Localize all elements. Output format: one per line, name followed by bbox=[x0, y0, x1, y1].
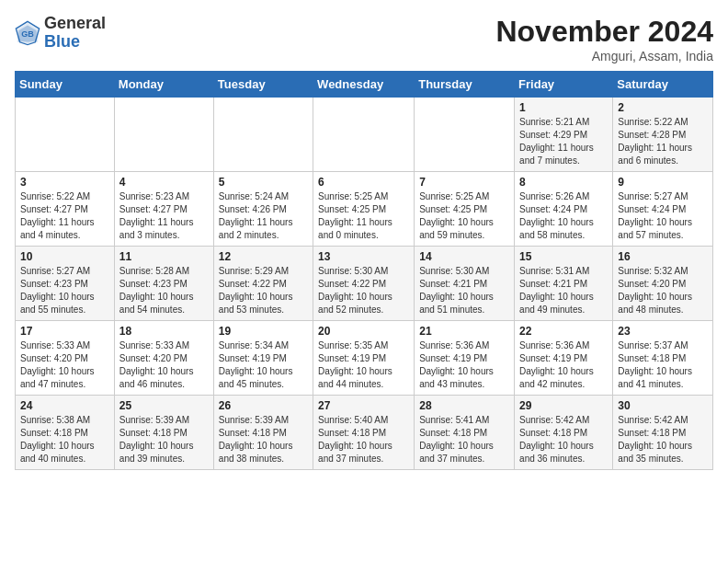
day-info: Sunrise: 5:25 AM Sunset: 4:25 PM Dayligh… bbox=[318, 190, 409, 242]
day-info: Sunrise: 5:31 AM Sunset: 4:21 PM Dayligh… bbox=[519, 265, 608, 316]
day-info: Sunrise: 5:28 AM Sunset: 4:23 PM Dayligh… bbox=[119, 265, 209, 316]
day-number: 10 bbox=[20, 250, 109, 263]
day-number: 9 bbox=[618, 176, 708, 189]
logo: GB General Blue bbox=[15, 15, 106, 52]
day-cell: 22Sunrise: 5:36 AM Sunset: 4:19 PM Dayli… bbox=[515, 321, 613, 396]
week-row-2: 3Sunrise: 5:22 AM Sunset: 4:27 PM Daylig… bbox=[16, 172, 713, 247]
day-info: Sunrise: 5:42 AM Sunset: 4:18 PM Dayligh… bbox=[618, 414, 708, 465]
day-number: 8 bbox=[519, 176, 608, 189]
day-cell: 26Sunrise: 5:39 AM Sunset: 4:18 PM Dayli… bbox=[213, 396, 313, 470]
day-number: 23 bbox=[618, 325, 708, 338]
day-cell: 5Sunrise: 5:24 AM Sunset: 4:26 PM Daylig… bbox=[213, 172, 313, 247]
day-info: Sunrise: 5:22 AM Sunset: 4:27 PM Dayligh… bbox=[20, 190, 109, 242]
day-info: Sunrise: 5:35 AM Sunset: 4:19 PM Dayligh… bbox=[318, 339, 409, 391]
day-cell: 21Sunrise: 5:36 AM Sunset: 4:19 PM Dayli… bbox=[415, 321, 515, 396]
day-number: 29 bbox=[519, 399, 608, 412]
day-cell: 10Sunrise: 5:27 AM Sunset: 4:23 PM Dayli… bbox=[16, 247, 115, 321]
day-info: Sunrise: 5:25 AM Sunset: 4:25 PM Dayligh… bbox=[419, 190, 509, 242]
day-number: 4 bbox=[119, 176, 209, 189]
week-row-3: 10Sunrise: 5:27 AM Sunset: 4:23 PM Dayli… bbox=[16, 247, 713, 321]
day-info: Sunrise: 5:30 AM Sunset: 4:21 PM Dayligh… bbox=[419, 265, 509, 316]
day-number: 14 bbox=[419, 250, 509, 263]
header-cell-thursday: Thursday bbox=[415, 72, 515, 98]
day-number: 17 bbox=[20, 325, 109, 338]
day-info: Sunrise: 5:32 AM Sunset: 4:20 PM Dayligh… bbox=[618, 265, 708, 316]
day-info: Sunrise: 5:37 AM Sunset: 4:18 PM Dayligh… bbox=[618, 339, 708, 391]
header-cell-saturday: Saturday bbox=[613, 72, 713, 98]
header-row: SundayMondayTuesdayWednesdayThursdayFrid… bbox=[16, 72, 713, 98]
day-cell: 30Sunrise: 5:42 AM Sunset: 4:18 PM Dayli… bbox=[613, 396, 713, 470]
day-cell: 23Sunrise: 5:37 AM Sunset: 4:18 PM Dayli… bbox=[613, 321, 713, 396]
day-cell: 20Sunrise: 5:35 AM Sunset: 4:19 PM Dayli… bbox=[313, 321, 415, 396]
day-cell: 24Sunrise: 5:38 AM Sunset: 4:18 PM Dayli… bbox=[16, 396, 115, 470]
day-cell: 6Sunrise: 5:25 AM Sunset: 4:25 PM Daylig… bbox=[313, 172, 415, 247]
day-cell: 16Sunrise: 5:32 AM Sunset: 4:20 PM Dayli… bbox=[613, 247, 713, 321]
day-cell: 27Sunrise: 5:40 AM Sunset: 4:18 PM Dayli… bbox=[313, 396, 415, 470]
day-number: 11 bbox=[119, 250, 209, 263]
day-number: 7 bbox=[419, 176, 509, 189]
day-cell: 11Sunrise: 5:28 AM Sunset: 4:23 PM Dayli… bbox=[114, 247, 213, 321]
day-cell: 17Sunrise: 5:33 AM Sunset: 4:20 PM Dayli… bbox=[16, 321, 115, 396]
day-number: 21 bbox=[419, 325, 509, 338]
day-number: 18 bbox=[119, 325, 209, 338]
page-header: GB General Blue November 2024 Amguri, As… bbox=[15, 15, 713, 63]
day-info: Sunrise: 5:27 AM Sunset: 4:24 PM Dayligh… bbox=[618, 190, 708, 242]
day-cell bbox=[114, 98, 213, 172]
day-cell bbox=[313, 98, 415, 172]
day-cell: 12Sunrise: 5:29 AM Sunset: 4:22 PM Dayli… bbox=[213, 247, 313, 321]
day-info: Sunrise: 5:42 AM Sunset: 4:18 PM Dayligh… bbox=[519, 414, 608, 465]
header-cell-tuesday: Tuesday bbox=[213, 72, 313, 98]
day-info: Sunrise: 5:29 AM Sunset: 4:22 PM Dayligh… bbox=[219, 265, 308, 316]
day-cell: 29Sunrise: 5:42 AM Sunset: 4:18 PM Dayli… bbox=[515, 396, 613, 470]
day-cell: 9Sunrise: 5:27 AM Sunset: 4:24 PM Daylig… bbox=[613, 172, 713, 247]
day-cell: 1Sunrise: 5:21 AM Sunset: 4:29 PM Daylig… bbox=[515, 98, 613, 172]
day-cell: 2Sunrise: 5:22 AM Sunset: 4:28 PM Daylig… bbox=[613, 98, 713, 172]
day-cell: 28Sunrise: 5:41 AM Sunset: 4:18 PM Dayli… bbox=[415, 396, 515, 470]
day-info: Sunrise: 5:39 AM Sunset: 4:18 PM Dayligh… bbox=[219, 414, 308, 465]
day-number: 15 bbox=[519, 250, 608, 263]
day-number: 12 bbox=[219, 250, 308, 263]
calendar-body: 1Sunrise: 5:21 AM Sunset: 4:29 PM Daylig… bbox=[16, 98, 713, 470]
day-number: 3 bbox=[20, 176, 109, 189]
day-cell: 4Sunrise: 5:23 AM Sunset: 4:27 PM Daylig… bbox=[114, 172, 213, 247]
day-cell: 13Sunrise: 5:30 AM Sunset: 4:22 PM Dayli… bbox=[313, 247, 415, 321]
day-info: Sunrise: 5:22 AM Sunset: 4:28 PM Dayligh… bbox=[618, 116, 708, 167]
day-info: Sunrise: 5:36 AM Sunset: 4:19 PM Dayligh… bbox=[519, 339, 608, 391]
day-info: Sunrise: 5:33 AM Sunset: 4:20 PM Dayligh… bbox=[20, 339, 109, 391]
title-block: November 2024 Amguri, Assam, India bbox=[495, 15, 713, 63]
day-info: Sunrise: 5:38 AM Sunset: 4:18 PM Dayligh… bbox=[20, 414, 109, 465]
day-cell: 18Sunrise: 5:33 AM Sunset: 4:20 PM Dayli… bbox=[114, 321, 213, 396]
day-number: 28 bbox=[419, 399, 509, 412]
header-cell-friday: Friday bbox=[515, 72, 613, 98]
month-title: November 2024 bbox=[495, 15, 713, 49]
day-info: Sunrise: 5:27 AM Sunset: 4:23 PM Dayligh… bbox=[20, 265, 109, 316]
day-info: Sunrise: 5:21 AM Sunset: 4:29 PM Dayligh… bbox=[519, 116, 608, 167]
day-info: Sunrise: 5:33 AM Sunset: 4:20 PM Dayligh… bbox=[119, 339, 209, 391]
day-cell: 19Sunrise: 5:34 AM Sunset: 4:19 PM Dayli… bbox=[213, 321, 313, 396]
week-row-1: 1Sunrise: 5:21 AM Sunset: 4:29 PM Daylig… bbox=[16, 98, 713, 172]
day-cell bbox=[16, 98, 115, 172]
day-number: 27 bbox=[318, 399, 409, 412]
logo-general: General bbox=[44, 14, 106, 32]
day-cell: 7Sunrise: 5:25 AM Sunset: 4:25 PM Daylig… bbox=[415, 172, 515, 247]
calendar-header: SundayMondayTuesdayWednesdayThursdayFrid… bbox=[16, 72, 713, 98]
day-info: Sunrise: 5:24 AM Sunset: 4:26 PM Dayligh… bbox=[219, 190, 308, 242]
day-info: Sunrise: 5:34 AM Sunset: 4:19 PM Dayligh… bbox=[219, 339, 308, 391]
week-row-5: 24Sunrise: 5:38 AM Sunset: 4:18 PM Dayli… bbox=[16, 396, 713, 470]
header-cell-monday: Monday bbox=[114, 72, 213, 98]
day-number: 20 bbox=[318, 325, 409, 338]
calendar-table: SundayMondayTuesdayWednesdayThursdayFrid… bbox=[15, 71, 713, 470]
location: Amguri, Assam, India bbox=[495, 49, 713, 63]
day-number: 13 bbox=[318, 250, 409, 263]
day-cell: 3Sunrise: 5:22 AM Sunset: 4:27 PM Daylig… bbox=[16, 172, 115, 247]
header-cell-sunday: Sunday bbox=[16, 72, 115, 98]
day-info: Sunrise: 5:26 AM Sunset: 4:24 PM Dayligh… bbox=[519, 190, 608, 242]
day-info: Sunrise: 5:30 AM Sunset: 4:22 PM Dayligh… bbox=[318, 265, 409, 316]
logo-blue: Blue bbox=[44, 32, 80, 51]
day-number: 26 bbox=[219, 399, 308, 412]
day-number: 25 bbox=[119, 399, 209, 412]
day-number: 30 bbox=[618, 399, 708, 412]
day-info: Sunrise: 5:23 AM Sunset: 4:27 PM Dayligh… bbox=[119, 190, 209, 242]
day-cell: 14Sunrise: 5:30 AM Sunset: 4:21 PM Dayli… bbox=[415, 247, 515, 321]
day-number: 22 bbox=[519, 325, 608, 338]
